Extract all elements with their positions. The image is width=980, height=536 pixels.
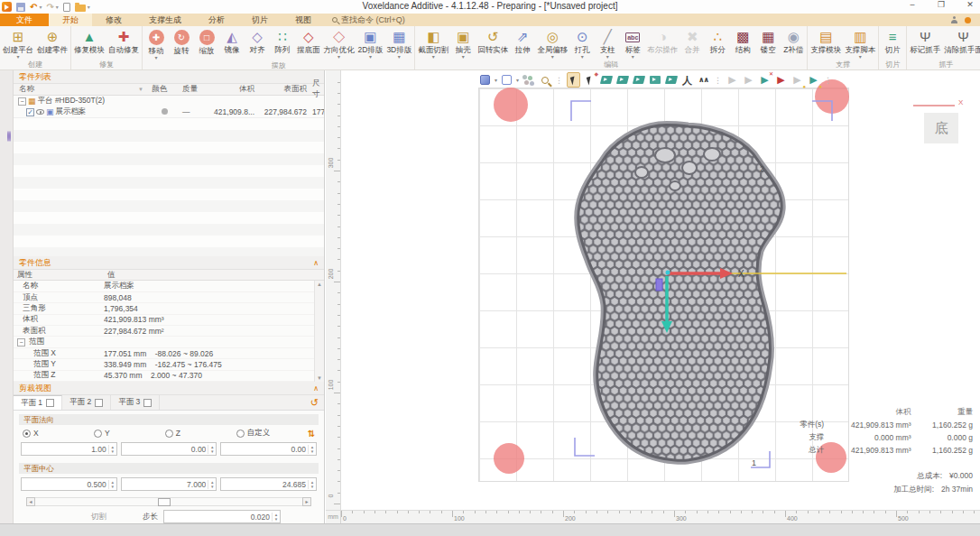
dropdown-caret-icon[interactable]: ▾ <box>398 54 401 60</box>
visibility-eye-icon[interactable] <box>36 109 44 115</box>
play-teal-x-icon[interactable]: ▶✕ <box>758 72 772 88</box>
tab-1[interactable]: 开始 <box>49 14 92 26</box>
step-input[interactable] <box>164 513 272 522</box>
ribbon-move-button[interactable]: ✚移动▾ <box>143 27 169 60</box>
reset-icon[interactable]: ↺ <box>305 395 324 410</box>
center-z-field[interactable]: ▴▾ <box>220 477 317 491</box>
ribbon-create-part-button[interactable]: ⊕创建零件 <box>35 27 69 60</box>
tab-plane-1[interactable]: 平面 1 <box>14 395 62 410</box>
select-through-icon[interactable]: ◆ <box>583 72 596 88</box>
step-field[interactable]: ▴▾ <box>163 510 281 523</box>
ribbon-orientation-button[interactable]: □方向优化▾ <box>322 27 356 60</box>
polyline-select-icon[interactable]: ∧∧ <box>697 72 710 88</box>
slider-right-icon[interactable]: ▸ <box>302 497 311 506</box>
center-x-field[interactable]: ▴▾ <box>21 477 117 491</box>
brush-select-icon[interactable] <box>599 72 613 88</box>
normal-x-input[interactable] <box>22 445 108 454</box>
radio-x[interactable]: X <box>23 429 94 438</box>
ribbon-extrude-button[interactable]: ⇗拉伸 <box>510 27 535 60</box>
tab-2[interactable]: 修改 <box>92 14 135 26</box>
shaded-view-icon[interactable] <box>478 72 492 88</box>
tab-6[interactable]: 视图 <box>282 14 325 26</box>
ribbon-align-button[interactable]: ◇对齐 <box>245 27 270 60</box>
ribbon-create-platform-button[interactable]: ⊞创建平台▾ <box>1 27 35 60</box>
play-teal-bulb-icon[interactable]: ▶● <box>807 72 820 88</box>
minimize-button[interactable]: – <box>906 0 919 9</box>
tab-3[interactable]: 支撑生成 <box>135 14 195 26</box>
ribbon-punch-button[interactable]: ⊙打孔▾ <box>569 27 595 60</box>
part-row[interactable]: ✓ ▣ 展示档案 — 421,909.8... 227,984.672 177.… <box>14 106 324 117</box>
maximize-button[interactable]: ❐ <box>935 0 948 9</box>
command-search[interactable]: 查找命令 (Ctrl+Q) <box>332 14 405 26</box>
info-scrollbar[interactable]: ▲▼ <box>314 281 324 382</box>
plane-2-checkbox[interactable] <box>95 399 103 407</box>
plane-3-checkbox[interactable] <box>143 399 152 407</box>
ribbon-structure-button[interactable]: ▩结构 <box>730 27 755 60</box>
ribbon-repair-module-button[interactable]: ▲修复模块 <box>72 27 106 60</box>
ribbon-hollow-grid-button[interactable]: ▦镂空 <box>755 27 781 60</box>
rect-select-icon[interactable] <box>648 72 661 88</box>
ribbon-slice-button[interactable]: ≡切片 <box>880 27 905 60</box>
radio-y[interactable]: Y <box>94 429 165 438</box>
ribbon-gripper-mark-button[interactable]: Ψ标记抓手 <box>908 27 942 60</box>
ribbon-array-button[interactable]: ∷阵列 <box>270 27 295 60</box>
ribbon-support-script-button[interactable]: ▥支撑脚本▾ <box>843 27 877 60</box>
ribbon-rotate-button[interactable]: ↻旋转 <box>169 27 194 60</box>
select-group-icon[interactable] <box>522 72 535 88</box>
center-y-input[interactable] <box>122 480 208 489</box>
normal-z-field[interactable]: ▴▾ <box>220 442 317 456</box>
ribbon-nest3d-button[interactable]: ▦3D排版▾ <box>384 27 413 60</box>
surface-select-icon[interactable] <box>632 72 645 88</box>
radio-z[interactable]: Z <box>165 429 236 438</box>
flip-normal-icon[interactable]: ⇅ <box>308 429 315 439</box>
ribbon-nest2d-button[interactable]: ▣2D排版▾ <box>356 27 385 60</box>
dropdown-caret-icon[interactable]: ▾ <box>337 54 340 60</box>
select-cursor-icon[interactable] <box>567 72 580 88</box>
ribbon-support-module-button[interactable]: ▤支撑模块 <box>809 27 843 60</box>
ribbon-label-tag-button[interactable]: abc标签▾ <box>620 27 645 60</box>
clip-view-header[interactable]: 剪裁视图 ∧ <box>14 382 324 395</box>
normal-z-input[interactable] <box>221 445 308 454</box>
ribbon-offset-button[interactable]: ◎全局偏移▾ <box>535 27 569 60</box>
ribbon-revolve-button[interactable]: ↺回转实体 <box>476 27 510 60</box>
scroll-down-icon[interactable]: ▼ <box>317 375 322 381</box>
tab-plane-2[interactable]: 平面 2 <box>62 395 111 410</box>
collapse-chevron-icon[interactable]: ∧ <box>313 384 319 393</box>
tab-plane-3[interactable]: 平面 3 <box>111 395 160 410</box>
filter-icon[interactable]: ▼ <box>135 87 146 92</box>
normal-x-field[interactable]: ▴▾ <box>21 442 117 456</box>
wireframe-view-dropdown-icon[interactable]: ▾ <box>516 77 519 83</box>
center-z-input[interactable] <box>221 480 308 489</box>
part-checkbox[interactable]: ✓ <box>26 108 34 116</box>
close-button[interactable]: ✕ <box>964 0 976 9</box>
spinner-arrows[interactable]: ▴▾ <box>208 480 216 489</box>
ribbon-gripper-clear-button[interactable]: Ψ清除抓手面 <box>942 27 980 60</box>
slider-thumb[interactable] <box>158 498 171 506</box>
spinner-arrows[interactable]: ▴▾ <box>108 480 116 489</box>
collapse-chevron-icon[interactable]: ∧ <box>313 259 319 267</box>
z-axis-handle[interactable] <box>656 279 662 291</box>
ribbon-scale-button[interactable]: □缩放 <box>194 27 219 60</box>
tree-collapse-icon[interactable]: − <box>18 97 26 106</box>
spinner-arrows[interactable]: ▴▾ <box>308 445 316 454</box>
wireframe-view-icon[interactable] <box>500 72 513 88</box>
normal-y-field[interactable]: ▴▾ <box>121 442 217 456</box>
plane-position-slider[interactable]: ◂ ▸ <box>26 496 311 506</box>
lasso-select-icon[interactable] <box>664 72 678 88</box>
model-insole-part[interactable] <box>578 125 781 461</box>
center-y-field[interactable]: ▴▾ <box>121 477 217 491</box>
spinner-arrows[interactable]: ▴▾ <box>272 513 280 522</box>
notification-dot-icon[interactable] <box>965 17 971 23</box>
ribbon-shell-button[interactable]: ▣抽壳▾ <box>450 27 476 60</box>
curve-select-icon[interactable]: 人 <box>680 72 694 88</box>
tree-collapse-icon[interactable]: − <box>17 338 25 347</box>
ribbon-bottom-face-button[interactable]: ◇摆底面 <box>295 27 322 60</box>
center-x-input[interactable] <box>22 480 108 489</box>
zoom-window-icon[interactable] <box>538 72 551 88</box>
viewport-3d[interactable]: X 2 1 ▾▾⋮◆人∧∧⋮▶▶▶✕▶▶●▶●⋮ X 底 体积 重量 零件(s)… <box>341 70 980 510</box>
ribbon-pillar-button[interactable]: ╱支柱▾ <box>595 27 620 60</box>
part-info-header[interactable]: 零件信息 ∧ <box>14 256 324 270</box>
play-gray-1-icon[interactable]: ▶ <box>726 72 739 88</box>
spinner-arrows[interactable]: ▴▾ <box>308 480 316 489</box>
parts-list-header[interactable]: 零件列表 <box>14 70 324 84</box>
